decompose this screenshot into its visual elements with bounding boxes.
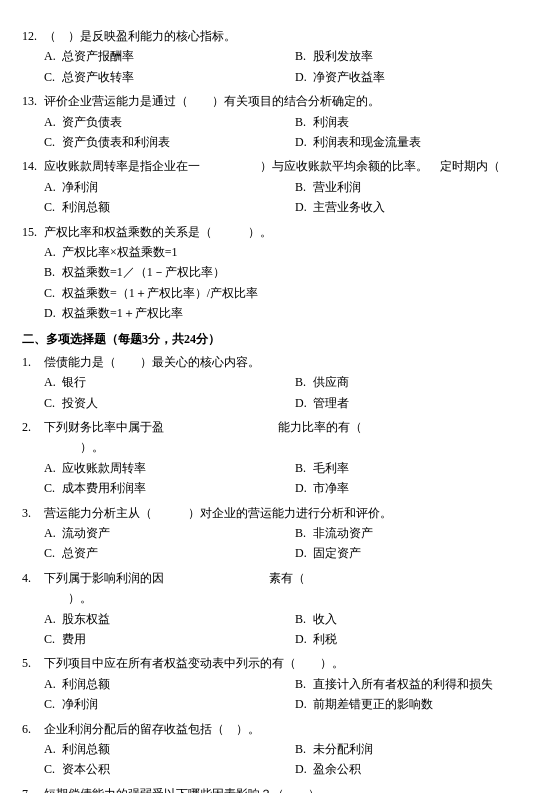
p2-q6-optC: C. 资本公积	[44, 759, 287, 779]
p2-q1-optC: C. 投资人	[44, 393, 287, 413]
q13-num: 13.	[22, 91, 44, 111]
p2-q4-optC: C. 费用	[44, 629, 287, 649]
p2-q1-text: 偿债能力是（ ）最关心的核心内容。	[44, 352, 538, 372]
p2-q1-optD: D. 管理者	[295, 393, 538, 413]
p2-q6-num: 6.	[22, 719, 44, 739]
question-12: 12. （ ）是反映盈利能力的核心指标。 A. 总资产报酬率 B. 股利发放率 …	[22, 26, 538, 87]
p2-q4-num: 4.	[22, 568, 44, 588]
p2-q5-num: 5.	[22, 653, 44, 673]
p2-q5-optA: A. 利润总额	[44, 674, 287, 694]
p2-question-7: 7. 短期偿债能力的强弱受以下哪些因素影响？（ ） A. 流动资产的数量 B. …	[22, 784, 538, 793]
q12-optD: D. 净资产收益率	[295, 67, 538, 87]
p2-q3-text: 营运能力分析主从（ ）对企业的营运能力进行分析和评价。	[44, 503, 538, 523]
q15-optA: A. 产权比率×权益乘数=1	[44, 242, 538, 262]
q15-text: 产权比率和权益乘数的关系是（ ）。	[44, 222, 538, 242]
q15-optD: D. 权益乘数=1＋产权比率	[44, 303, 538, 323]
p2-q2-cont: ）。	[44, 440, 104, 454]
q14-optB: B. 营业利润	[295, 177, 538, 197]
q14-num: 14.	[22, 156, 44, 176]
p2-q3-num: 3.	[22, 503, 44, 523]
q12-text: （ ）是反映盈利能力的核心指标。	[44, 26, 538, 46]
q14-text: 应收账款周转率是指企业在一 ）与应收账款平均余额的比率。 定时期内（	[44, 156, 538, 176]
p2-q4-optB: B. 收入	[295, 609, 538, 629]
p2-q6-optD: D. 盈余公积	[295, 759, 538, 779]
q14-optA: A. 净利润	[44, 177, 287, 197]
p2-question-4: 4. 下列属于影响利润的因 素有（ ）。 A. 股东权益 B. 收入 C. 费用…	[22, 568, 538, 650]
p2-q2-optC: C. 成本费用利润率	[44, 478, 287, 498]
p2-question-3: 3. 营运能力分析主从（ ）对企业的营运能力进行分析和评价。 A. 流动资产 B…	[22, 503, 538, 564]
q15-optB: B. 权益乘数=1／（1－产权比率）	[44, 262, 538, 282]
p2-question-5: 5. 下列项目中应在所有者权益变动表中列示的有（ ）。 A. 利润总额 B. 直…	[22, 653, 538, 714]
p2-q6-optB: B. 未分配利润	[295, 739, 538, 759]
p2-q3-optB: B. 非流动资产	[295, 523, 538, 543]
p2-q4-optD: D. 利税	[295, 629, 538, 649]
p2-q6-text: 企业利润分配后的留存收益包括（ ）。	[44, 719, 538, 739]
part2-section-header: 二、多项选择题（每题3分，共24分）	[22, 329, 538, 349]
q15-num: 15.	[22, 222, 44, 242]
p2-q1-num: 1.	[22, 352, 44, 372]
q13-optD: D. 利润表和现金流量表	[295, 132, 538, 152]
q13-optA: A. 资产负债表	[44, 112, 287, 132]
p2-q4-cont: ）。	[44, 591, 92, 605]
p2-q7-text: 短期偿债能力的强弱受以下哪些因素影响？（ ）	[44, 784, 538, 793]
part2-header-text: 二、多项选择题（每题3分，共24分）	[22, 329, 220, 349]
q12-optC: C. 总资产收转率	[44, 67, 287, 87]
p2-q5-optB: B. 直接计入所有者权益的利得和损失	[295, 674, 538, 694]
p2-q2-optB: B. 毛利率	[295, 458, 538, 478]
p2-q5-optC: C. 净利润	[44, 694, 287, 714]
p2-q1-optB: B. 供应商	[295, 372, 538, 392]
p2-q3-optC: C. 总资产	[44, 543, 287, 563]
q13-optB: B. 利润表	[295, 112, 538, 132]
question-15: 15. 产权比率和权益乘数的关系是（ ）。 A. 产权比率×权益乘数=1 B. …	[22, 222, 538, 324]
q12-optA: A. 总资产报酬率	[44, 46, 287, 66]
q12-optB: B. 股利发放率	[295, 46, 538, 66]
q13-optC: C. 资产负债表和利润表	[44, 132, 287, 152]
p2-q3-optA: A. 流动资产	[44, 523, 287, 543]
question-13: 13. 评价企业营运能力是通过（ ）有关项目的结合分析确定的。 A. 资产负债表…	[22, 91, 538, 152]
q12-num: 12.	[22, 26, 44, 46]
p2-q3-optD: D. 固定资产	[295, 543, 538, 563]
p2-q5-optD: D. 前期差错更正的影响数	[295, 694, 538, 714]
p2-q6-optA: A. 利润总额	[44, 739, 287, 759]
p2-question-1: 1. 偿债能力是（ ）最关心的核心内容。 A. 银行 B. 供应商 C. 投资人…	[22, 352, 538, 413]
p2-q5-text: 下列项目中应在所有者权益变动表中列示的有（ ）。	[44, 653, 538, 673]
question-14: 14. 应收账款周转率是指企业在一 ）与应收账款平均余额的比率。 定时期内（ A…	[22, 156, 538, 217]
p2-q2-optD: D. 市净率	[295, 478, 538, 498]
q15-optC: C. 权益乘数=（1＋产权比率）/产权比率	[44, 283, 538, 303]
p2-question-6: 6. 企业利润分配后的留存收益包括（ ）。 A. 利润总额 B. 未分配利润 C…	[22, 719, 538, 780]
p2-q2-num: 2.	[22, 417, 44, 437]
p2-q2-optA: A. 应收账款周转率	[44, 458, 287, 478]
q14-optC: C. 利润总额	[44, 197, 287, 217]
q14-optD: D. 主营业务收入	[295, 197, 538, 217]
p2-q4-text: 下列属于影响利润的因 素有（	[44, 568, 538, 588]
p2-q1-optA: A. 银行	[44, 372, 287, 392]
p2-q2-text: 下列财务比率中属于盈 能力比率的有（	[44, 417, 538, 437]
q13-text: 评价企业营运能力是通过（ ）有关项目的结合分析确定的。	[44, 91, 538, 111]
p2-q4-optA: A. 股东权益	[44, 609, 287, 629]
p2-q7-num: 7.	[22, 784, 44, 793]
p2-question-2: 2. 下列财务比率中属于盈 能力比率的有（ ）。 A. 应收账款周转率 B. 毛…	[22, 417, 538, 499]
